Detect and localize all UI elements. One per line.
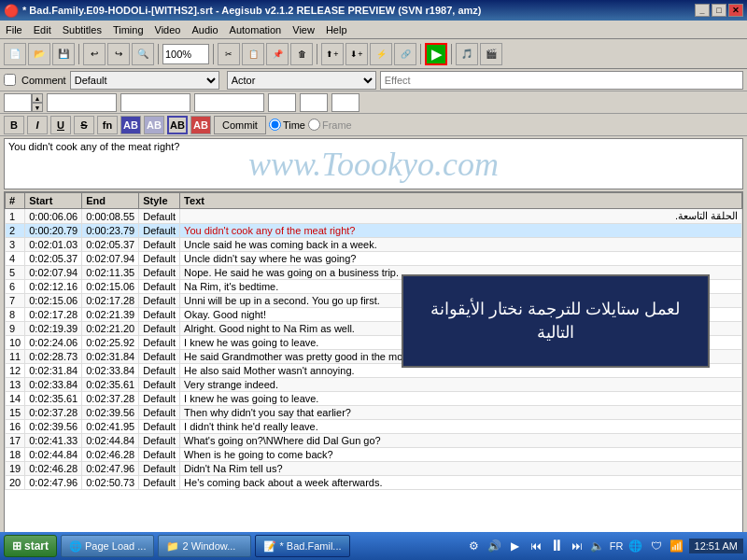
table-row[interactable]: 30:02:01.030:02:05.37DefaultUncle said h… xyxy=(6,238,742,252)
table-row[interactable]: 10:00:06.060:00:08.55Defaultالحلقة التاس… xyxy=(6,209,742,224)
comment-checkbox[interactable] xyxy=(4,74,16,86)
table-row[interactable]: 170:02:41.330:02:44.84DefaultWhat's goin… xyxy=(6,434,742,448)
audio-button[interactable]: 🎵 xyxy=(456,43,478,65)
insert-before-button[interactable]: ⬆+ xyxy=(321,43,344,65)
open-button[interactable]: 📂 xyxy=(28,43,50,65)
play-icon[interactable]: ▶ xyxy=(507,538,524,554)
ab1-button[interactable]: AB xyxy=(120,116,141,134)
redo-button[interactable]: ↪ xyxy=(107,43,130,65)
ab4-button[interactable]: AB xyxy=(190,116,211,134)
close-button[interactable]: ✕ xyxy=(728,4,743,17)
back-icon[interactable]: ⏮ xyxy=(528,538,544,554)
find-button[interactable]: 🔍 xyxy=(132,43,154,65)
menu-edit[interactable]: Edit xyxy=(28,22,57,37)
menu-help[interactable]: Help xyxy=(320,22,353,37)
menu-audio[interactable]: Audio xyxy=(186,22,223,37)
start-button[interactable]: ⊞ start xyxy=(4,535,57,557)
volume-icon[interactable]: 🔊 xyxy=(486,538,503,554)
cell-text: He's coming back about a week afterwards… xyxy=(180,476,742,490)
cell-text: Didn't Na Rim tell us? xyxy=(180,462,742,476)
speaker-icon[interactable]: 🔈 xyxy=(589,538,606,554)
cell-end: 0:02:46.28 xyxy=(82,448,139,462)
undo-button[interactable]: ↩ xyxy=(83,43,106,65)
cell-end: 0:00:08.55 xyxy=(82,209,139,224)
network-icon[interactable]: 📶 xyxy=(669,538,685,554)
commit-button[interactable]: Commit xyxy=(214,116,266,134)
line-number-spinner[interactable]: ▲ ▼ xyxy=(32,93,43,112)
copy-button[interactable]: 📋 xyxy=(242,43,264,65)
margin-l-input[interactable]: 0 xyxy=(300,93,328,112)
ab3-button[interactable]: AB xyxy=(167,116,188,134)
table-row[interactable]: 200:02:47.960:02:50.73DefaultHe's coming… xyxy=(6,476,742,490)
cell-end: 0:02:37.28 xyxy=(82,392,139,406)
style-dropdown[interactable]: Default xyxy=(70,71,219,90)
video-play-button[interactable]: ▶ xyxy=(425,43,447,65)
duration-input[interactable]: 0:00:03.00 xyxy=(194,93,264,112)
cell-end: 0:02:35.61 xyxy=(82,378,139,392)
forward-icon[interactable]: ⏭ xyxy=(569,538,585,554)
cell-text: Uncle didn't say where he was going? xyxy=(180,252,742,266)
ab2-button[interactable]: AB xyxy=(144,116,164,134)
menu-video[interactable]: Video xyxy=(149,22,187,37)
lang-icon[interactable]: 🌐 xyxy=(627,538,644,554)
subtitle-row1: Comment Default Actor xyxy=(0,69,747,91)
table-row[interactable]: 40:02:05.370:02:07.94DefaultUncle didn't… xyxy=(6,252,742,266)
video-button[interactable]: 🎬 xyxy=(480,43,502,65)
underline-button[interactable]: U xyxy=(50,116,71,134)
table-row[interactable]: 160:02:39.560:02:41.95DefaultI didn't th… xyxy=(6,420,742,434)
security-icon[interactable]: 🛡 xyxy=(648,538,665,554)
media-player-icon[interactable]: ⚙ xyxy=(466,538,483,554)
paste-button[interactable]: 📌 xyxy=(266,43,289,65)
cell-style: Default xyxy=(139,224,180,238)
start-time-input[interactable]: 0:00:20.79 xyxy=(47,93,117,112)
cut-button[interactable]: ✂ xyxy=(218,43,240,65)
cell-style: Default xyxy=(139,336,180,350)
end-time-input[interactable]: 0:00:23.79 xyxy=(120,93,190,112)
taskbar-item-aegisub[interactable]: 📝 * Bad.Famil... xyxy=(255,535,349,557)
table-row[interactable]: 140:02:35.610:02:37.28DefaultI knew he w… xyxy=(6,392,742,406)
split-button[interactable]: ⚡ xyxy=(370,43,392,65)
table-row[interactable]: 190:02:46.280:02:47.96DefaultDidn't Na R… xyxy=(6,462,742,476)
cell-start: 0:02:31.84 xyxy=(25,364,82,378)
taskbar-item-pageload[interactable]: 🌐 Page Load ... xyxy=(61,535,154,557)
maximize-button[interactable]: □ xyxy=(712,4,726,17)
strikeout-button[interactable]: S xyxy=(74,116,94,134)
menu-view[interactable]: View xyxy=(287,22,320,37)
spin-up[interactable]: ▲ xyxy=(32,93,43,103)
table-row[interactable]: 180:02:44.840:02:46.28DefaultWhen is he … xyxy=(6,448,742,462)
cell-style: Default xyxy=(139,448,180,462)
cell-style: Default xyxy=(139,406,180,420)
new-button[interactable]: 📄 xyxy=(4,43,26,65)
table-row[interactable]: 130:02:33.840:02:35.61DefaultVery strang… xyxy=(6,378,742,392)
bold-button[interactable]: B xyxy=(4,116,24,134)
line-number-input[interactable]: 0 xyxy=(4,93,32,112)
zoom-input[interactable] xyxy=(162,44,209,64)
minimize-button[interactable]: _ xyxy=(695,4,710,17)
table-row[interactable]: 20:00:20.790:00:23.79DefaultYou didn't c… xyxy=(6,224,742,238)
effect-input[interactable] xyxy=(380,71,743,90)
italic-button[interactable]: I xyxy=(27,116,48,134)
margin-r-input[interactable]: 0 xyxy=(331,93,359,112)
save-button[interactable]: 💾 xyxy=(52,43,75,65)
cell-start: 0:02:07.94 xyxy=(25,266,82,280)
menu-file[interactable]: File xyxy=(0,22,28,37)
frame-radio[interactable] xyxy=(308,119,320,131)
menu-subtitles[interactable]: Subtitles xyxy=(57,22,107,37)
actor-dropdown[interactable]: Actor xyxy=(227,71,376,90)
taskbar-item-window[interactable]: 📁 2 Window... xyxy=(158,535,251,557)
spin-down[interactable]: ▼ xyxy=(32,103,43,112)
cell-text: Uncle said he was coming back in a week. xyxy=(180,238,742,252)
table-row[interactable]: 150:02:37.280:02:39.56DefaultThen why di… xyxy=(6,406,742,420)
frame-radio-label: Frame xyxy=(308,119,352,131)
layer-input[interactable]: 0 xyxy=(268,93,296,112)
join-button[interactable]: 🔗 xyxy=(394,43,416,65)
menu-timing[interactable]: Timing xyxy=(107,22,149,37)
pause-icon[interactable]: ⏸ xyxy=(548,538,565,554)
delete-button[interactable]: 🗑 xyxy=(290,43,313,65)
insert-after-button[interactable]: ⬇+ xyxy=(345,43,368,65)
time-radio[interactable] xyxy=(269,119,281,131)
edit-area[interactable]: You didn't cook any of the meat right? w… xyxy=(4,138,743,189)
menu-automation[interactable]: Automation xyxy=(224,22,288,37)
col-num: # xyxy=(6,193,25,209)
font-button[interactable]: fn xyxy=(97,116,118,134)
